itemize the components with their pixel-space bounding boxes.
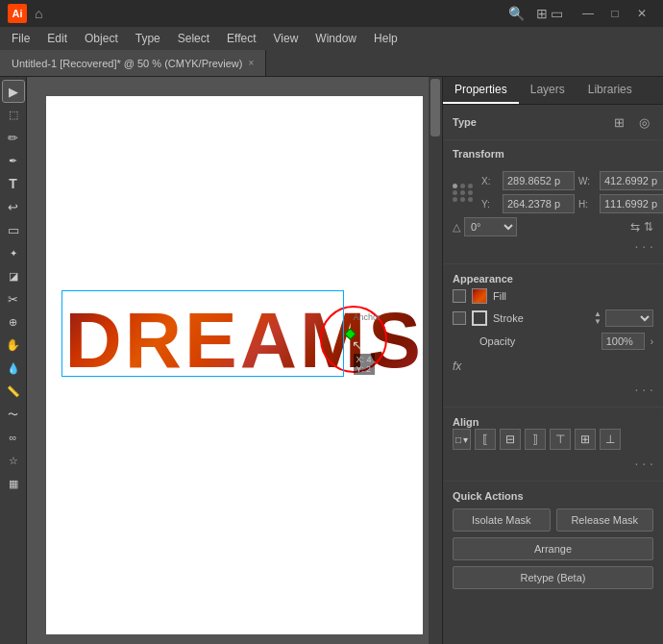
eyedropper-tool[interactable]: 💧 [3, 358, 24, 379]
menu-window[interactable]: Window [307, 30, 364, 47]
tab-libraries[interactable]: Libraries [577, 77, 644, 104]
align-left-button[interactable]: ⟦ [475, 429, 496, 450]
main-layout: ▶ ⬚ ✏ ✒ T ↩ ▭ ✦ ◪ ✂ ⊕ ✋ 💧 📏 〜 ∞ ☆ ▦ DREA… [0, 77, 663, 644]
selection-border [61, 290, 344, 377]
character-icon[interactable]: ⊞ [609, 112, 628, 132]
maximize-button[interactable]: □ [602, 0, 628, 27]
quick-actions-title: Quick Actions [453, 490, 524, 502]
canvas-area[interactable]: DREAMS Anchor ↖ X: 4Y: 2 [27, 77, 442, 644]
stroke-stepper[interactable]: ▲ ▼ [594, 310, 602, 326]
isolate-mask-button[interactable]: Isolate Mask [453, 508, 551, 532]
align-center-v-button[interactable]: ⊞ [575, 429, 596, 450]
wh-inputs: W: H: [578, 171, 663, 213]
type-section: Type ⊞ ◎ [443, 105, 663, 140]
pen-tool[interactable]: ✏ [3, 127, 24, 148]
canvas[interactable]: DREAMS Anchor ↖ X: 4Y: 2 [46, 96, 423, 634]
fx-label[interactable]: fx [453, 356, 461, 377]
stroke-controls: ▲ ▼ [594, 310, 653, 327]
title-bar-icons: ⌂ [35, 6, 42, 21]
minimize-button[interactable]: — [575, 0, 602, 27]
type-tool[interactable]: T [3, 173, 24, 194]
tab-properties[interactable]: Properties [443, 77, 519, 104]
y-input[interactable] [503, 194, 575, 213]
appearance-more-options[interactable]: · · · [453, 380, 653, 399]
undo-tool[interactable]: ↩ [3, 196, 24, 217]
xy-inputs: X: Y: [481, 171, 575, 213]
blend-tool[interactable]: ∞ [3, 427, 24, 448]
options-icon[interactable]: ◎ [634, 112, 653, 132]
h-label: H: [578, 199, 596, 210]
tab-close-button[interactable]: × [248, 58, 254, 68]
w-input[interactable] [600, 171, 663, 190]
stroke-weight-select[interactable] [605, 310, 653, 327]
fill-checkbox[interactable] [453, 289, 466, 303]
menu-edit[interactable]: Edit [39, 30, 75, 47]
stroke-label: Stroke [493, 312, 588, 324]
opacity-input[interactable] [602, 333, 645, 350]
anchor-tl [453, 184, 457, 188]
x-label: X: [481, 176, 499, 186]
align-center-h-button[interactable]: ⊟ [500, 429, 521, 450]
zoom-tool[interactable]: ⊕ [3, 311, 24, 333]
arrange-button[interactable]: Arrange [453, 537, 653, 560]
align-bottom-button[interactable]: ⊥ [600, 429, 621, 450]
angle-select[interactable]: 0° [464, 217, 517, 236]
vertical-scrollbar[interactable] [429, 77, 442, 644]
warp-tool[interactable]: 〜 [3, 404, 24, 425]
column-graph-tool[interactable]: ▦ [3, 473, 24, 494]
y-row: Y: [481, 194, 575, 213]
gradient-tool[interactable]: ◪ [3, 265, 24, 286]
flip-v-icon[interactable]: ⇅ [644, 220, 653, 234]
menu-select[interactable]: Select [170, 30, 217, 47]
menu-file[interactable]: File [4, 30, 37, 47]
anchor-tr [468, 184, 473, 188]
h-input[interactable] [600, 194, 663, 213]
transform-section: Transform X: [443, 140, 663, 264]
shape-tool[interactable]: ▭ [3, 219, 24, 240]
measure-tool[interactable]: 📏 [3, 381, 24, 402]
scissors-tool[interactable]: ✂ [3, 288, 24, 310]
quick-actions-section: Quick Actions Isolate Mask Release Mask … [443, 482, 663, 603]
align-to-dropdown[interactable]: □ ▾ [453, 429, 471, 450]
stroke-down-arrow[interactable]: ▼ [594, 318, 602, 326]
menu-help[interactable]: Help [366, 30, 405, 47]
opacity-arrow[interactable]: › [651, 336, 653, 347]
opacity-label: Opacity [479, 335, 596, 347]
hand-tool[interactable]: ✋ [3, 334, 24, 356]
align-more-options[interactable]: · · · [453, 454, 653, 473]
flip-h-icon[interactable]: ⇆ [630, 220, 640, 234]
type-action-icons: ⊞ ◎ [609, 112, 653, 132]
stroke-color-swatch[interactable] [472, 310, 487, 326]
symbol-tool[interactable]: ☆ [3, 450, 24, 471]
fill-swatch-container [472, 288, 487, 304]
home-icon[interactable]: ⌂ [35, 6, 42, 21]
type-label: Type [453, 116, 477, 128]
scrollbar-thumb[interactable] [430, 79, 440, 136]
align-right-button[interactable]: ⟧ [525, 429, 546, 450]
menu-type[interactable]: Type [128, 30, 168, 47]
angle-row: △ 0° ⇆ ⇅ [453, 217, 653, 236]
menu-bar: File Edit Object Type Select Effect View… [0, 27, 663, 50]
left-toolbar: ▶ ⬚ ✏ ✒ T ↩ ▭ ✦ ◪ ✂ ⊕ ✋ 💧 📏 〜 ∞ ☆ ▦ [0, 77, 27, 644]
fill-color-swatch[interactable] [472, 288, 487, 304]
document-tab[interactable]: Untitled-1 [Recovered]* @ 50 % (CMYK/Pre… [0, 50, 266, 76]
menu-object[interactable]: Object [77, 30, 126, 47]
pencil-tool[interactable]: ✒ [3, 150, 24, 171]
search-icon[interactable]: 🔍 [508, 6, 525, 21]
transform-more-options[interactable]: · · · [453, 236, 653, 256]
menu-effect[interactable]: Effect [219, 30, 263, 47]
align-top-button[interactable]: ⊤ [550, 429, 571, 450]
selection-tool[interactable]: ▶ [3, 81, 24, 102]
grid-view-icon[interactable]: ⊞ [536, 6, 548, 21]
retype-beta-button[interactable]: Retype (Beta) [453, 566, 653, 589]
artboard-tool[interactable]: ⬚ [3, 104, 24, 125]
title-bar: Ai ⌂ 🔍 ⊞ ▭ — □ ✕ [0, 0, 663, 27]
star-tool[interactable]: ✦ [3, 242, 24, 263]
panel-icon[interactable]: ▭ [551, 6, 563, 21]
close-button[interactable]: ✕ [628, 0, 655, 27]
stroke-checkbox[interactable] [453, 311, 466, 325]
release-mask-button[interactable]: Release Mask [556, 508, 654, 532]
menu-view[interactable]: View [266, 30, 307, 47]
tab-layers[interactable]: Layers [519, 77, 577, 104]
x-input[interactable] [503, 171, 575, 190]
